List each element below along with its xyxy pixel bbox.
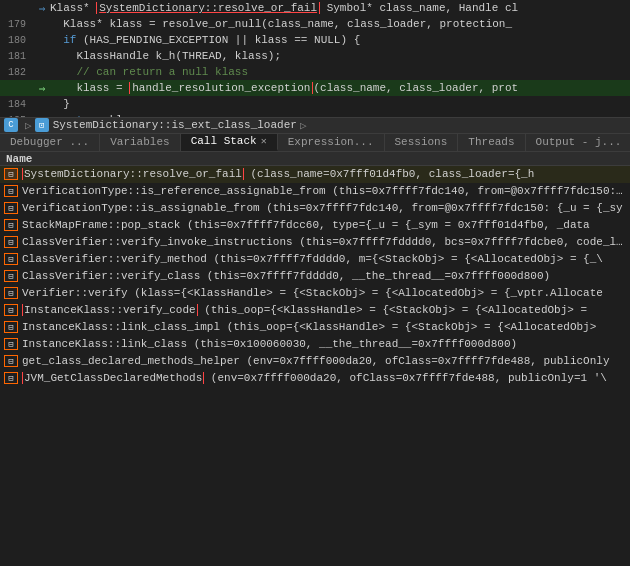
code-content-179: Klass* klass = resolve_or_null(class_nam…	[50, 18, 630, 30]
stack-item-13[interactable]: ⊟JVM_GetClassDeclaredMethods (env=0x7fff…	[0, 370, 630, 387]
stack-text-10: InstanceKlass::link_class_impl (this_oop…	[22, 321, 596, 333]
stack-item-10[interactable]: ⊟InstanceKlass::link_class_impl (this_oo…	[0, 319, 630, 336]
code-line-green: ⇒ klass = handle_resolution_exception(cl…	[0, 80, 630, 96]
stack-text-11: InstanceKlass::link_class (this=0x100060…	[22, 338, 517, 350]
tab-threads[interactable]: Threads	[458, 134, 525, 151]
marker-green: ⇒	[34, 82, 50, 95]
tab-output[interactable]: Output - j...	[526, 134, 630, 151]
line-num-184: 184	[2, 99, 34, 110]
stack-icon-6: ⊟	[4, 253, 18, 265]
func-highlight-1: SystemDictionary::resolve_or_fail	[96, 2, 320, 14]
stack-text-6: ClassVerifier::verify_method (this=0x7ff…	[22, 253, 603, 265]
breadcrumb-separator-2: ▷	[300, 119, 307, 132]
code-area: ⇒ Klass* SystemDictionary::resolve_or_fa…	[0, 0, 630, 117]
tab-callstack-close[interactable]: ✕	[261, 135, 267, 147]
stack-icon-7: ⊟	[4, 270, 18, 282]
stack-icon-4: ⊟	[4, 219, 18, 231]
stack-text-7: ClassVerifier::verify_class (this=0x7fff…	[22, 270, 550, 282]
stack-icon-5: ⊟	[4, 236, 18, 248]
code-line-179: 179 Klass* klass = resolve_or_null(class…	[0, 16, 630, 32]
tab-expression[interactable]: Expression...	[278, 134, 385, 151]
stack-item-8[interactable]: ⊟Verifier::verify (klass={<KlassHandle> …	[0, 285, 630, 302]
stack-icon-12: ⊟	[4, 355, 18, 367]
tab-output-label: Output - j...	[536, 136, 622, 148]
arrow-marker-1: ⇒	[34, 2, 50, 15]
stack-item-3[interactable]: ⊟VerificationType::is_assignable_from (t…	[0, 200, 630, 217]
code-content-181: KlassHandle k_h(THREAD, klass);	[50, 50, 630, 62]
code-content-180: if (HAS_PENDING_EXCEPTION || klass == NU…	[50, 34, 630, 46]
tab-threads-label: Threads	[468, 136, 514, 148]
line-num-179: 179	[2, 19, 34, 30]
code-content-184: }	[50, 98, 630, 110]
stack-text-5: ClassVerifier::verify_invoke_instruction…	[22, 236, 626, 248]
stack-text-1: SystemDictionary::resolve_or_fail (class…	[22, 168, 534, 180]
code-line-181: 181 KlassHandle k_h(THREAD, klass);	[0, 48, 630, 64]
stack-text-9: InstanceKlass::verify_code (this_oop={<K…	[22, 304, 587, 316]
main-container: ⇒ Klass* SystemDictionary::resolve_or_fa…	[0, 0, 630, 566]
stack-icon-13: ⊟	[4, 372, 18, 384]
tab-variables-label: Variables	[110, 136, 169, 148]
tab-expression-label: Expression...	[288, 136, 374, 148]
line-num-185: 185	[2, 115, 34, 118]
tab-callstack-label: Call Stack	[191, 135, 257, 147]
stack-text-13: JVM_GetClassDeclaredMethods (env=0x7ffff…	[22, 372, 607, 384]
code-line-185: 185 return klass;	[0, 112, 630, 117]
stack-icon-1: ⊟	[4, 168, 18, 180]
code-content-185: return klass;	[50, 114, 630, 117]
breadcrumb-separator-1: ▷	[25, 119, 32, 132]
code-content-1: Klass* SystemDictionary::resolve_or_fail…	[50, 2, 630, 14]
tab-bar: Debugger ... Variables Call Stack ✕ Expr…	[0, 134, 630, 152]
breadcrumb-path: SystemDictionary::is_ext_class_loader	[53, 119, 297, 131]
func-highlight-2: handle_resolution_exception	[129, 82, 313, 94]
breadcrumb-bar: C ▷ ⊡ SystemDictionary::is_ext_class_loa…	[0, 117, 630, 134]
tab-debugger-label: Debugger ...	[10, 136, 89, 148]
tab-sessions[interactable]: Sessions	[385, 134, 459, 151]
stack-item-2[interactable]: ⊟VerificationType::is_reference_assignab…	[0, 183, 630, 200]
stack-item-5[interactable]: ⊟ClassVerifier::verify_invoke_instructio…	[0, 234, 630, 251]
breadcrumb-icon-2: ⊡	[35, 118, 49, 132]
stack-icon-8: ⊟	[4, 287, 18, 299]
code-line-180: 180 if (HAS_PENDING_EXCEPTION || klass =…	[0, 32, 630, 48]
stack-icon-9: ⊟	[4, 304, 18, 316]
code-content-182: // can return a null klass	[50, 66, 630, 78]
panel-header-label: Name	[6, 153, 32, 165]
callstack-list[interactable]: ⊟SystemDictionary::resolve_or_fail (clas…	[0, 166, 630, 566]
code-line-182: 182 // can return a null klass	[0, 64, 630, 80]
stack-item-12[interactable]: ⊟get_class_declared_methods_helper (env=…	[0, 353, 630, 370]
stack-item-6[interactable]: ⊟ClassVerifier::verify_method (this=0x7f…	[0, 251, 630, 268]
tab-variables[interactable]: Variables	[100, 134, 180, 151]
code-content-green: klass = handle_resolution_exception(clas…	[50, 82, 630, 94]
tab-sessions-label: Sessions	[395, 136, 448, 148]
code-line-184: 184 }	[0, 96, 630, 112]
stack-icon-2: ⊟	[4, 185, 18, 197]
stack-text-8: Verifier::verify (klass={<KlassHandle> =…	[22, 287, 603, 299]
line-num-181: 181	[2, 51, 34, 62]
code-line-1: ⇒ Klass* SystemDictionary::resolve_or_fa…	[0, 0, 630, 16]
stack-item-9[interactable]: ⊟InstanceKlass::verify_code (this_oop={<…	[0, 302, 630, 319]
stack-item-1[interactable]: ⊟SystemDictionary::resolve_or_fail (clas…	[0, 166, 630, 183]
file-icon: C	[4, 118, 18, 132]
stack-text-3: VerificationType::is_assignable_from (th…	[22, 202, 623, 214]
tab-debugger[interactable]: Debugger ...	[0, 134, 100, 151]
stack-text-12: get_class_declared_methods_helper (env=0…	[22, 355, 610, 367]
stack-item-4[interactable]: ⊟StackMapFrame::pop_stack (this=0x7ffff7…	[0, 217, 630, 234]
stack-text-4: StackMapFrame::pop_stack (this=0x7ffff7f…	[22, 219, 590, 231]
stack-icon-11: ⊟	[4, 338, 18, 350]
stack-item-11[interactable]: ⊟InstanceKlass::link_class (this=0x10006…	[0, 336, 630, 353]
line-num-180: 180	[2, 35, 34, 46]
tab-callstack[interactable]: Call Stack ✕	[181, 134, 278, 151]
line-num-182: 182	[2, 67, 34, 78]
stack-icon-3: ⊟	[4, 202, 18, 214]
panel-header: Name	[0, 152, 630, 167]
stack-text-2: VerificationType::is_reference_assignabl…	[22, 185, 626, 197]
stack-icon-10: ⊟	[4, 321, 18, 333]
stack-item-7[interactable]: ⊟ClassVerifier::verify_class (this=0x7ff…	[0, 268, 630, 285]
